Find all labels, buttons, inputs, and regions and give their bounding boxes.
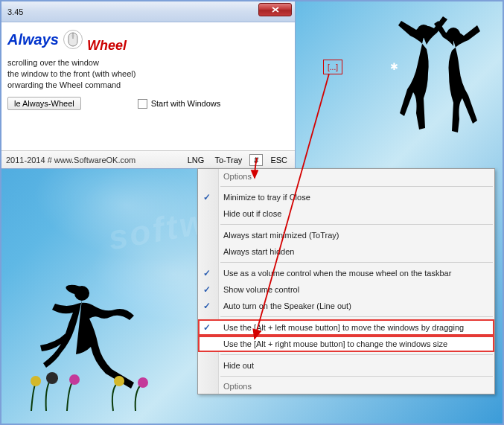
start-with-windows-label: Start with Windows <box>151 99 221 108</box>
menu-alt-left-move[interactable]: ✓ Use the [Alt + left mouse button] to m… <box>198 319 494 336</box>
svg-rect-11 <box>71 34 74 37</box>
app-logo: Always Wheel <box>7 30 289 49</box>
checkbox-icon <box>138 99 147 109</box>
svg-point-6 <box>138 377 148 388</box>
menu-header-options: Options <box>198 169 494 184</box>
callout-marker: [...] <box>323 60 342 74</box>
svg-point-5 <box>114 376 124 386</box>
logo-text-always: Always <box>7 31 59 48</box>
menu-item-label: Auto turn on the Speaker (Line out) <box>223 301 351 310</box>
check-icon: ✓ <box>203 322 211 333</box>
app-window: 3.45 Always Wheel scrolling over the win… <box>1 1 296 169</box>
check-icon: ✓ <box>203 268 211 278</box>
check-icon: ✓ <box>203 301 211 311</box>
menu-item-label: Use the [Alt + right mouse button] to ch… <box>223 339 447 348</box>
statusbar-totray[interactable]: To-Tray <box>211 151 245 168</box>
decorative-silhouette-dancers <box>391 9 488 135</box>
menu-item-label: Hide out if close <box>223 209 281 218</box>
menu-hide-out-if-close[interactable]: Hide out if close <box>198 205 494 222</box>
menu-volume-taskbar[interactable]: ✓ Use as a volume control when the mouse… <box>198 265 494 281</box>
statusbar-copyright: 2011-2014 # www.SoftwareOK.com <box>6 156 135 164</box>
menu-hide-out[interactable]: Hide out <box>198 357 494 374</box>
menu-footer-options: Options <box>198 379 494 394</box>
option-scroll-over: scrolling over the window <box>7 58 289 67</box>
menu-start-minimized[interactable]: Always start minimized (ToTray) <box>198 227 494 243</box>
window-title: 3.45 <box>7 7 23 16</box>
close-icon <box>272 7 279 13</box>
menu-item-label: Always start hidden <box>223 247 294 256</box>
menu-item-label: Use the [Alt + left mouse button] to mov… <box>223 323 464 332</box>
menu-alt-right-resize[interactable]: Use the [Alt + right mouse button] to ch… <box>198 336 494 352</box>
statusbar-lng[interactable]: LNG <box>185 151 208 168</box>
menu-show-volume[interactable]: ✓ Show volume control <box>198 281 494 298</box>
disable-button[interactable]: le Always-Wheel <box>7 97 81 110</box>
options-dropdown-menu: Options ✓ Minimize to tray if Close Hide… <box>197 168 495 394</box>
menu-item-label: Show volume control <box>223 285 299 294</box>
check-icon: ✓ <box>203 192 211 202</box>
logo-text-wheel: Wheel <box>87 38 127 54</box>
menu-item-label: Hide out <box>223 361 254 370</box>
check-icon: ✓ <box>203 284 211 295</box>
mouse-icon <box>63 30 83 49</box>
menu-start-hidden[interactable]: Always start hidden <box>198 243 494 260</box>
option-bring-front: the window to the front (with wheel) <box>7 69 289 78</box>
menu-minimize-to-tray[interactable]: ✓ Minimize to tray if Close <box>198 189 494 205</box>
menu-item-label: Always start minimized (ToTray) <box>223 231 339 240</box>
svg-point-3 <box>46 372 58 384</box>
menu-auto-speaker[interactable]: ✓ Auto turn on the Speaker (Line out) <box>198 298 494 314</box>
decorative-silhouette-runner <box>24 271 158 412</box>
statusbar-hash-menu[interactable]: # <box>249 154 263 166</box>
start-with-windows-checkbox[interactable]: Start with Windows <box>138 99 221 109</box>
menu-item-label: Use as a volume control when the mouse w… <box>223 269 451 278</box>
close-button[interactable] <box>258 3 292 16</box>
statusbar-esc[interactable]: ESC <box>267 151 290 168</box>
titlebar[interactable]: 3.45 <box>1 1 295 22</box>
statusbar: 2011-2014 # www.SoftwareOK.com LNG To-Tr… <box>1 150 295 168</box>
svg-point-2 <box>31 376 41 386</box>
svg-point-4 <box>69 374 80 385</box>
option-forward-wheel: orwarding the Wheel command <box>7 80 289 89</box>
menu-item-label: Minimize to tray if Close <box>223 193 310 202</box>
